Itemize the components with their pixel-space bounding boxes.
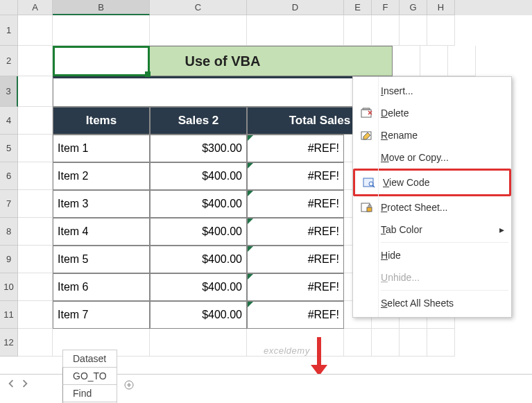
cell-total[interactable]: #REF! [247, 301, 344, 329]
menu-item-ename[interactable]: Rename [353, 124, 511, 146]
menu-item-rotect-sheet[interactable]: Protect Sheet... [353, 196, 511, 218]
cell[interactable] [344, 15, 372, 46]
col-header-G[interactable]: G [400, 0, 427, 15]
row-header[interactable]: 8 [0, 218, 18, 246]
add-sheet-button[interactable] [119, 377, 139, 393]
col-header-A[interactable]: A [18, 0, 53, 15]
cell[interactable] [427, 15, 455, 46]
cell-total[interactable]: #REF! [247, 246, 344, 273]
cell-item[interactable]: Item 2 [53, 162, 150, 190]
submenu-arrow-icon: ▸ [499, 224, 504, 235]
cell[interactable] [18, 107, 53, 135]
cell[interactable] [18, 46, 53, 76]
cell-total[interactable]: #REF! [247, 135, 344, 162]
cell-item[interactable]: Item 5 [53, 246, 150, 273]
col-header-E[interactable]: E [344, 0, 372, 15]
menu-label: Rename [381, 130, 418, 141]
title-cell[interactable]: Use of VBA [53, 46, 393, 76]
cell[interactable] [427, 329, 455, 357]
cell[interactable] [448, 46, 476, 76]
col-header-F[interactable]: F [372, 0, 400, 15]
row-header-3[interactable]: 3 [0, 76, 18, 107]
cell-sales[interactable]: $400.00 [150, 162, 247, 190]
cell-item[interactable]: Item 6 [53, 273, 150, 301]
cell[interactable] [344, 329, 372, 357]
row-header-2[interactable]: 2 [0, 46, 18, 76]
cell[interactable] [18, 162, 53, 190]
row-header-12[interactable]: 12 [0, 329, 18, 357]
col-header-B[interactable]: B [53, 0, 150, 15]
menu-label: Tab Color [381, 224, 422, 235]
sheet-tab-bar: DatasetGO_TOFindVBA [0, 374, 532, 395]
cell[interactable] [18, 76, 53, 107]
cell[interactable] [18, 15, 53, 46]
sheet-tab-go_to[interactable]: GO_TO [62, 367, 117, 384]
cell[interactable] [150, 15, 247, 46]
sheet-context-menu: Insert... Delete Rename Move or Copy... … [352, 76, 512, 318]
col-header-C[interactable]: C [150, 0, 247, 15]
menu-item-elect-all-sheets[interactable]: Select All Sheets [353, 292, 511, 314]
row-header[interactable]: 9 [0, 246, 18, 273]
cell[interactable] [18, 190, 53, 218]
cell-total[interactable]: #REF! [247, 162, 344, 190]
menu-item-ide[interactable]: Hide [353, 244, 511, 266]
col-header-D[interactable]: D [247, 0, 344, 15]
cell[interactable] [18, 135, 53, 162]
row-header[interactable]: 7 [0, 190, 18, 218]
cell[interactable] [53, 15, 150, 46]
cell-item[interactable]: Item 3 [53, 190, 150, 218]
sheet-tab-dataset[interactable]: Dataset [62, 350, 117, 367]
cell[interactable] [393, 46, 420, 76]
cell[interactable] [18, 301, 53, 329]
row-header[interactable]: 5 [0, 135, 18, 162]
tab-next-icon[interactable] [21, 379, 32, 391]
menu-item-ove-or-copy[interactable]: Move or Copy... [353, 146, 511, 169]
cell[interactable] [372, 15, 400, 46]
cell[interactable] [372, 329, 400, 357]
cell-sales[interactable]: $400.00 [150, 190, 247, 218]
menu-item-nsert[interactable]: Insert... [353, 80, 511, 102]
cell-sales[interactable]: $400.00 [150, 246, 247, 273]
blank-icon [359, 248, 375, 262]
cell[interactable] [400, 329, 427, 357]
cell-sales[interactable]: $300.00 [150, 135, 247, 162]
blank-icon [359, 271, 375, 284]
cell-total[interactable]: #REF! [247, 273, 344, 301]
cell[interactable] [53, 76, 393, 107]
tab-prev-icon[interactable] [7, 379, 18, 391]
menu-item-elete[interactable]: Delete [353, 102, 511, 124]
col-header-H[interactable]: H [427, 0, 455, 15]
row-header-4[interactable]: 4 [0, 107, 18, 135]
menu-label: View Code [383, 177, 429, 188]
menu-label: Unhide... [381, 272, 420, 283]
cell-item[interactable]: Item 4 [53, 218, 150, 246]
menu-label: Move or Copy... [381, 152, 449, 163]
cell[interactable] [400, 15, 427, 46]
cell[interactable] [18, 218, 53, 246]
cell[interactable] [150, 329, 247, 357]
row-header[interactable]: 10 [0, 273, 18, 301]
cell-total[interactable]: #REF! [247, 218, 344, 246]
cell[interactable] [18, 246, 53, 273]
row-header[interactable]: 11 [0, 301, 18, 329]
select-all-corner[interactable] [0, 0, 18, 15]
cell[interactable] [18, 329, 53, 357]
cell[interactable] [247, 15, 344, 46]
cell[interactable] [420, 46, 448, 76]
header-sales2[interactable]: Sales 2 [150, 107, 247, 135]
menu-item-iew-code[interactable]: View Code [355, 171, 509, 194]
blank-icon [359, 223, 375, 237]
cell-total[interactable]: #REF! [247, 190, 344, 218]
header-items[interactable]: Items [53, 107, 150, 135]
annotation-arrow [311, 337, 327, 379]
cell-item[interactable]: Item 7 [53, 301, 150, 329]
cell-item[interactable]: Item 1 [53, 135, 150, 162]
menu-item-ab-color[interactable]: Tab Color ▸ [353, 218, 511, 241]
sheet-tab-find[interactable]: Find [62, 384, 117, 402]
cell-sales[interactable]: $400.00 [150, 273, 247, 301]
row-header[interactable]: 6 [0, 162, 18, 190]
cell-sales[interactable]: $400.00 [150, 301, 247, 329]
row-header-1[interactable]: 1 [0, 15, 18, 46]
cell[interactable] [18, 273, 53, 301]
cell-sales[interactable]: $400.00 [150, 218, 247, 246]
